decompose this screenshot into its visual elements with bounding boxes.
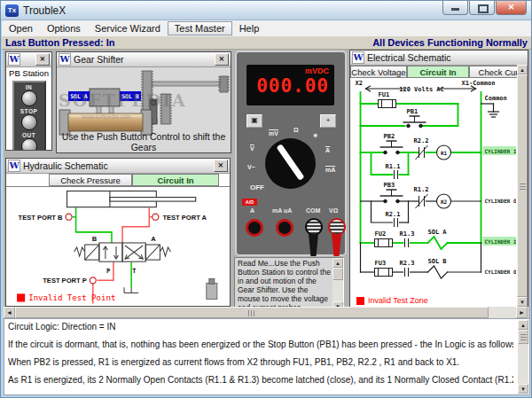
r2-coil-label: R2 <box>441 199 448 205</box>
pb1-label: PB1 <box>407 108 419 115</box>
status-last-button: Last Button Pressed: In <box>5 37 114 48</box>
cylinder-in-label-2: CYLINDER IN <box>485 238 517 245</box>
gear-shifter-caption: Use the Push Button Control to shift the… <box>57 131 231 152</box>
red-probe[interactable] <box>332 234 341 256</box>
display-hold-button[interactable]: ▣ <box>246 114 262 128</box>
dial-vdc-label: V <box>250 145 254 152</box>
cylinder-out-label-2: CYLINDER O <box>485 269 517 275</box>
volts-label: 120 Volts AC <box>399 86 444 93</box>
minimize-button[interactable] <box>442 1 468 15</box>
fu1-label: FU1 <box>379 91 390 98</box>
dial-ohms-label: Ω <box>293 127 299 133</box>
multimeter: mVDC 000.00 ▣ + mV Ω ∗ A mA V V~ OFF A/D… <box>235 51 347 256</box>
hydraulic-titlebar[interactable]: W Hydraulic Schematic ✕ <box>6 159 230 174</box>
r22-label: R2.2 <box>414 137 429 144</box>
milliamps-jack[interactable] <box>276 219 293 237</box>
status-devices: All Devices Functioning Normally <box>372 37 528 48</box>
sol-a-schematic-label: SOL A <box>428 229 448 236</box>
electrical-titlebar[interactable]: W Electrical Schematic <box>350 51 528 66</box>
mdi-horizontal-scrollbar[interactable]: ◄ ► <box>4 307 528 318</box>
scroll-up-icon[interactable]: ▲ <box>332 258 343 268</box>
dial-amps-label: A <box>325 147 330 153</box>
close-icon: ✕ <box>508 3 515 12</box>
readme-box: Read Me...Use the Push Button Station to… <box>234 257 344 312</box>
scroll-thumb[interactable] <box>517 74 528 297</box>
com-jack[interactable] <box>305 218 323 236</box>
child-window-icon: W <box>59 53 71 66</box>
legend-square <box>356 297 364 305</box>
jack-com-label: COM <box>306 207 320 214</box>
troublex-window: Tx TroubleX ✕ Open Options Service Wizar… <box>0 0 532 398</box>
hydraulic-canvas: B A P T TEST PORT B TEST PORT A TEST POR… <box>6 186 230 307</box>
gear-shifter-titlebar[interactable]: W Gear Shifter ✕ <box>57 52 231 67</box>
scroll-thumb[interactable] <box>518 330 528 344</box>
scroll-down-icon[interactable]: ▼ <box>517 297 528 307</box>
test-port-a-point[interactable] <box>153 214 159 220</box>
pb2-label: PB2 <box>384 133 395 140</box>
tab-check-voltage[interactable]: Check Voltage <box>350 66 407 78</box>
r21-label: R2.1 <box>386 211 401 218</box>
gear-shifter-title: Gear Shifter <box>74 54 124 65</box>
stop-button-label: STOP <box>14 108 44 114</box>
watermark: SOFTPEDIA <box>59 90 187 110</box>
range-button[interactable]: + <box>320 114 336 128</box>
status-bar: Last Button Pressed: In All Devices Func… <box>2 36 531 50</box>
sol-b-schematic-label: SOL B <box>428 258 447 265</box>
scroll-right-icon[interactable]: ► <box>516 307 528 318</box>
scroll-up-icon[interactable]: ▲ <box>517 65 528 74</box>
display-value: 000.00 <box>252 75 329 97</box>
p-line-label: P <box>106 267 110 275</box>
fu3-label: FU3 <box>375 260 387 267</box>
tab-circuit-in-hydraulic[interactable]: Circuit In <box>132 174 219 186</box>
scroll-left-icon[interactable]: ◄ <box>4 307 15 318</box>
electrical-scrollbar[interactable]: ▲ ▼ <box>517 65 528 307</box>
menu-help[interactable]: Help <box>232 21 267 35</box>
logic-scrollbar[interactable]: ▲ ▼ <box>518 320 528 394</box>
stop-button[interactable] <box>21 114 37 130</box>
electrical-window: W Electrical Schematic Check Voltage Cir… <box>349 50 528 308</box>
child-window-icon: W <box>8 160 20 172</box>
pb-station-window: W ✕ PB Station IN STOP OUT <box>5 51 52 151</box>
close-button[interactable]: ✕ <box>496 1 527 15</box>
minimize-icon <box>451 8 459 11</box>
dial-vac-label: V~ <box>247 164 255 170</box>
menu-service-wizard[interactable]: Service Wizard <box>88 21 168 35</box>
hydraulic-title: Hydraulic Schematic <box>23 160 108 171</box>
out-button[interactable] <box>21 138 37 151</box>
vohm-jack[interactable] <box>328 218 346 236</box>
amps-jack[interactable] <box>246 219 263 237</box>
menu-open[interactable]: Open <box>2 21 40 35</box>
test-port-p-point[interactable] <box>90 277 96 284</box>
electrical-legend: Invalid Test Zone <box>368 296 428 305</box>
in-button-label: IN <box>14 84 44 90</box>
scroll-down-icon[interactable]: ▼ <box>518 384 528 394</box>
maximize-button[interactable] <box>469 1 495 15</box>
tab-circuit-in-electrical[interactable]: Circuit In <box>407 66 469 78</box>
test-port-a-label: TEST PORT A <box>162 214 207 222</box>
multimeter-display: mVDC 000.00 <box>246 65 334 105</box>
scroll-up-icon[interactable]: ▲ <box>518 320 528 330</box>
watermark-url: www.softpedia.com <box>82 113 131 120</box>
menu-options[interactable]: Options <box>40 21 88 35</box>
test-port-p-label: TEST PORT P <box>43 277 86 285</box>
pb-station-close-button[interactable]: ✕ <box>35 53 50 66</box>
logic-line: Circuit Logic: Direction = IN <box>8 322 513 332</box>
in-button[interactable] <box>21 90 37 106</box>
scroll-thumb[interactable] <box>332 268 343 280</box>
r23-label: R2.3 <box>400 260 415 267</box>
logic-line: As R1 is energized, its 2 Normally Open … <box>8 375 513 385</box>
tab-check-pressure[interactable]: Check Pressure <box>49 174 132 186</box>
menu-test-master[interactable]: Test Master <box>168 21 232 35</box>
hydraulic-close-button[interactable]: ✕ <box>214 160 228 172</box>
child-window-icon: W <box>8 53 20 66</box>
gear-shifter-close-button[interactable]: ✕ <box>215 53 229 66</box>
scroll-thumb[interactable] <box>15 307 489 318</box>
readme-scrollbar[interactable]: ▲ ▼ <box>332 258 343 311</box>
pb-station-titlebar[interactable]: W ✕ <box>6 52 51 67</box>
black-probe[interactable] <box>309 234 318 256</box>
test-port-b-point[interactable] <box>66 214 72 220</box>
common-label: Common <box>485 95 507 102</box>
dial-mv-label: mV <box>269 130 278 137</box>
window-title: TroubleX <box>23 4 66 17</box>
child-window-icon: W <box>352 51 364 64</box>
